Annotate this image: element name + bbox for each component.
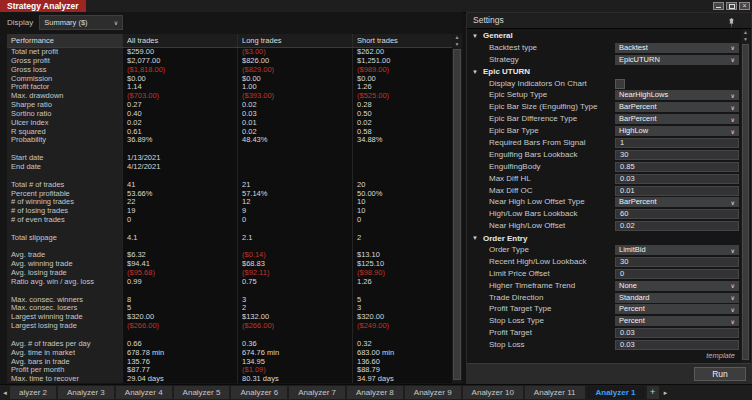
tab-analyzer-11[interactable]: Analyzer 11	[525, 386, 585, 399]
tab-analyzer-9[interactable]: Analyzer 9	[405, 386, 461, 399]
stop-loss-input[interactable]: 0.03	[615, 340, 739, 350]
stop-loss-type-dropdown[interactable]: Percent∨	[615, 316, 739, 326]
tab-analyzer-7[interactable]: Analyzer 7	[289, 386, 345, 399]
tab-analyzer-4[interactable]: Analyzer 4	[116, 386, 172, 399]
tab-analyzer-8[interactable]: Analyzer 8	[347, 386, 403, 399]
scroll-down-icon[interactable]: ▼	[743, 36, 748, 43]
minimize-button[interactable]	[713, 2, 724, 10]
backtest-type-dropdown[interactable]: Backtest∨	[615, 43, 739, 53]
section-header-epic-uturn[interactable]: ▼Epic UTURN	[467, 66, 741, 78]
row-label: Avg. # of trades per day	[7, 340, 122, 349]
scroll-up-icon[interactable]: ▲	[455, 34, 460, 41]
epic-bar-size-engulfing-type-dropdown[interactable]: BarPercent∨	[615, 102, 739, 112]
tab-analyzer-10[interactable]: Analyzer 10	[463, 386, 523, 399]
scroll-right-icon[interactable]: ►	[661, 390, 671, 396]
tab-analyzer-1-active[interactable]: Analyzer 1	[587, 386, 645, 399]
table-row-max-drawdown[interactable]: Max. drawdown($703.00)($393.00)($525.00)	[7, 92, 452, 101]
table-spacer-row[interactable]	[7, 287, 452, 296]
table-row-total-of-trades[interactable]: Total # of trades412120	[7, 181, 452, 190]
column-header-all-trades[interactable]: All trades	[122, 34, 237, 47]
table-row-gross-profit[interactable]: Gross profit$2,077.00$826.00$1,251.00	[7, 57, 452, 66]
table-row-avg-trade[interactable]: Avg. trade$6.32($0.14)$13.10	[7, 251, 452, 260]
table-row-of-even-trades[interactable]: # of even trades000	[7, 216, 452, 225]
table-row-avg-losing-trade[interactable]: Avg. losing trade($95.68)($92.11)($98.90…	[7, 269, 452, 278]
display-indicators-on-chart-checkbox[interactable]	[615, 79, 625, 89]
template-link[interactable]: template	[706, 351, 735, 360]
table-row-avg-bars-in-trade[interactable]: Avg. bars in trade135.76134.95136.60	[7, 358, 452, 367]
table-row-ulcer-index[interactable]: Ulcer index0.020.010.02	[7, 119, 452, 128]
table-row-avg-time-in-market[interactable]: Avg. time in market678.78 min674.76 min6…	[7, 349, 452, 358]
column-header-long-trades[interactable]: Long trades	[237, 34, 352, 47]
high-low-bars-lookback-input[interactable]: 60	[615, 209, 739, 219]
table-row-profit-per-month[interactable]: Profit per month$87.77($1.09)$88.79	[7, 366, 452, 375]
table-row-start-date[interactable]: Start date1/13/2021	[7, 154, 452, 163]
table-row-ratio-avg-win-avg-loss[interactable]: Ratio avg. win / avg. loss0.990.751.26	[7, 278, 452, 287]
table-row-sortino-ratio[interactable]: Sortino ratio0.400.030.50	[7, 110, 452, 119]
section-header-order-entry[interactable]: ▼Order Entry	[467, 232, 741, 244]
table-row-largest-winning-trade[interactable]: Largest winning trade$320.00$132.00$320.…	[7, 313, 452, 322]
settings-scrollbar-thumb[interactable]	[742, 44, 749, 360]
table-row-r-squared[interactable]: R squared0.610.020.58	[7, 128, 452, 137]
table-row-avg-winning-trade[interactable]: Avg. winning trade$94.41$68.83$125.10	[7, 260, 452, 269]
epic-bar-type-dropdown[interactable]: HighLow∨	[615, 126, 739, 136]
section-header-general[interactable]: ▼General	[467, 30, 741, 42]
table-row-percent-profitable[interactable]: Percent profitable53.66%57.14%50.00%	[7, 190, 452, 199]
settings-scrollbar[interactable]: ▲ ▼	[741, 29, 750, 363]
table-spacer-row[interactable]	[7, 331, 452, 340]
column-header-short-trades[interactable]: Short trades	[352, 34, 452, 47]
engulfingbody-input[interactable]: 0.85	[615, 162, 739, 172]
near-high-low-offset-type-dropdown[interactable]: BarPercent∨	[615, 197, 739, 207]
table-row-max-consec-losers[interactable]: Max. consec. losers523	[7, 304, 452, 313]
table-row-commission[interactable]: Commission$0.00$0.00$0.00	[7, 75, 452, 84]
add-tab-button[interactable]: +	[647, 386, 659, 399]
profit-target-input[interactable]: 0.03	[615, 328, 739, 338]
table-row-of-losing-trades[interactable]: # of losing trades19910	[7, 207, 452, 216]
table-row-of-winning-trades[interactable]: # of winning trades221210	[7, 198, 452, 207]
table-row-max-time-to-recover[interactable]: Max. time to recover29.04 days80.31 days…	[7, 375, 452, 383]
table-row-probability[interactable]: Probability36.89%48.43%34.88%	[7, 136, 452, 145]
table-row-avg-of-trades-per-day[interactable]: Avg. # of trades per day0.660.360.32	[7, 340, 452, 349]
table-scrollbar[interactable]: ▲ ▼	[452, 34, 462, 383]
scroll-up-icon[interactable]: ▲	[743, 29, 748, 36]
table-spacer-row[interactable]	[7, 243, 452, 252]
cell-all: 0.61	[122, 128, 237, 137]
strategy-dropdown[interactable]: EpicUTURN∨	[615, 55, 739, 65]
table-scrollbar-thumb[interactable]	[453, 49, 461, 380]
table-spacer-row[interactable]	[7, 225, 452, 234]
table-spacer-row[interactable]	[7, 172, 452, 181]
epic-setup-type-dropdown[interactable]: NearHighLows∨	[615, 90, 739, 100]
near-high-low-offset-input[interactable]: 0.02	[615, 221, 739, 231]
pin-icon[interactable]	[727, 15, 737, 26]
engulfing-bars-lookback-input[interactable]: 30	[615, 150, 739, 160]
close-button[interactable]: ×	[739, 2, 750, 10]
tab-analyzer-6[interactable]: Analyzer 6	[231, 386, 287, 399]
run-button[interactable]: Run	[694, 367, 746, 381]
display-dropdown[interactable]: Summary ($) ∨	[39, 15, 123, 30]
limit-price-offset-input[interactable]: 0	[615, 269, 739, 279]
profit-target-type-dropdown[interactable]: Percent∨	[615, 304, 739, 314]
table-row-sharpe-ratio[interactable]: Sharpe ratio0.270.020.28	[7, 101, 452, 110]
trade-direction-dropdown[interactable]: Standard∨	[615, 293, 739, 303]
higher-timeframe-trend-dropdown[interactable]: None∨	[615, 281, 739, 291]
table-row-total-net-profit[interactable]: Total net profit$259.00($3.00)$262.00	[7, 48, 452, 57]
tab-analyzer-3[interactable]: Analyzer 3	[58, 386, 114, 399]
order-type-dropdown[interactable]: LimitBid∨	[615, 245, 739, 255]
table-spacer-row[interactable]	[7, 145, 452, 154]
scroll-left-icon[interactable]: ◄	[0, 390, 10, 396]
table-row-profit-factor[interactable]: Profit factor1.141.001.26	[7, 83, 452, 92]
restore-button[interactable]	[726, 2, 737, 10]
required-bars-from-signal-input[interactable]: 1	[615, 138, 739, 148]
table-row-largest-losing-trade[interactable]: Largest losing trade($266.00)($266.00)($…	[7, 322, 452, 331]
table-row-total-slippage[interactable]: Total slippage4.12.12	[7, 234, 452, 243]
table-row-max-consec-winners[interactable]: Max. consec. winners835	[7, 296, 452, 305]
table-row-gross-loss[interactable]: Gross loss($1,818.00)($829.00)($989.00)	[7, 66, 452, 75]
recent-high-low-lookback-input[interactable]: 30	[615, 257, 739, 267]
epic-bar-difference-type-dropdown[interactable]: BarPercent∨	[615, 114, 739, 124]
table-row-end-date[interactable]: End date4/12/2021	[7, 163, 452, 172]
column-header-performance[interactable]: Performance	[7, 34, 122, 47]
tab-alyzer-2[interactable]: alyzer 2	[10, 386, 56, 399]
max-diff-hl-input[interactable]: 0.03	[615, 174, 739, 184]
tab-analyzer-5[interactable]: Analyzer 5	[174, 386, 230, 399]
scroll-down-icon[interactable]: ▼	[455, 41, 460, 48]
max-diff-oc-input[interactable]: 0.01	[615, 186, 739, 196]
